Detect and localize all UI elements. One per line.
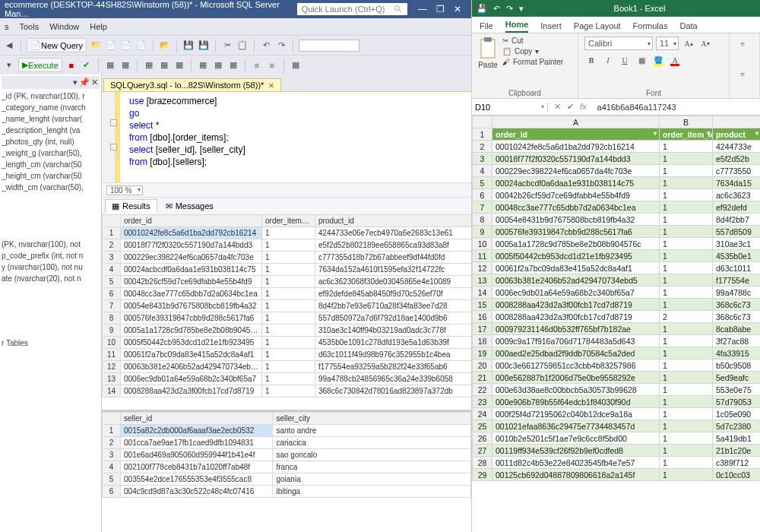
name-box[interactable]: D10 bbox=[472, 103, 548, 112]
borders-button[interactable]: ▦ bbox=[635, 53, 648, 67]
formula-bar[interactable]: a416b6a846a117243 bbox=[593, 103, 760, 112]
oe-item[interactable]: _category_name (nvarch bbox=[2, 102, 100, 113]
paste-button[interactable]: Paste bbox=[478, 36, 498, 69]
col-header[interactable]: seller_id bbox=[121, 413, 273, 425]
cell[interactable]: 0005a1a1728c9d785be8e2b08b904576c bbox=[492, 238, 660, 250]
redo-icon[interactable]: ↷ bbox=[275, 40, 287, 52]
bold-button[interactable]: B bbox=[584, 53, 598, 67]
indent-right-icon[interactable]: ≡ bbox=[266, 59, 278, 71]
cell[interactable]: c777355d18b72b67abbeef9df44fd0fd bbox=[315, 252, 472, 264]
cell[interactable]: 1 bbox=[660, 432, 713, 445]
cell[interactable]: 1 bbox=[660, 372, 713, 384]
menu-item[interactable]: Window bbox=[49, 22, 79, 31]
cell[interactable]: 1 bbox=[660, 335, 713, 347]
font-color-button[interactable]: A bbox=[668, 53, 682, 67]
cell[interactable]: 1 bbox=[660, 189, 713, 201]
fill-color-button[interactable]: 🪣 bbox=[651, 53, 665, 67]
cell[interactable]: 0009c9a17f916a706d71784483a5d643 bbox=[492, 335, 660, 347]
cell[interactable]: 000aed2e25dbad2f9ddb70584c5a2ded bbox=[492, 347, 660, 359]
cell[interactable]: 0006ec9db01a64e59a68b2c340bf65a7 bbox=[492, 287, 660, 299]
save-all-icon[interactable]: 💾 bbox=[198, 40, 210, 52]
cell[interactable]: 1 bbox=[262, 239, 315, 252]
cell[interactable]: 003554e2dce176555353e4f3555cac8 bbox=[121, 473, 273, 486]
cell[interactable]: 000229ec398224ef6ca0657da4fc703e bbox=[121, 252, 262, 264]
cell[interactable]: 368c6c73 bbox=[713, 299, 761, 311]
tb-icon[interactable]: ▦ bbox=[227, 59, 239, 71]
copy-icon[interactable]: 📋 bbox=[236, 40, 249, 52]
zoom-dropdown[interactable]: 100 % bbox=[106, 185, 143, 195]
cell[interactable]: 00010242fe8c5a6d1ba2dd792cb16214 bbox=[121, 227, 262, 239]
ribbon-tab-data[interactable]: Data bbox=[679, 21, 697, 33]
cell[interactable]: 0008288aa423d2a3f00fcb17cd7d8719 bbox=[121, 385, 262, 397]
cell[interactable]: sao goncalo bbox=[273, 449, 471, 461]
results-tab[interactable]: ▦ Results bbox=[105, 199, 157, 214]
cell[interactable]: 553e0e75 bbox=[713, 384, 761, 396]
col-header[interactable]: order_id bbox=[121, 215, 262, 227]
cell[interactable]: 0011d82c4b53e22e84023545fb4e7e57 bbox=[492, 457, 660, 469]
execute-button[interactable]: ▶ Execute bbox=[18, 58, 62, 72]
ribbon-tab-insert[interactable]: Insert bbox=[540, 21, 562, 33]
cell[interactable]: 1 bbox=[262, 300, 315, 312]
tb-icon[interactable]: ▦ bbox=[158, 59, 170, 71]
undo-icon[interactable]: ↶ bbox=[260, 40, 272, 52]
cell[interactable]: 1 bbox=[262, 276, 315, 288]
cell[interactable]: 1 bbox=[660, 262, 713, 274]
cell[interactable]: 1 bbox=[660, 445, 713, 457]
cut-button[interactable]: ✂ Cut bbox=[502, 36, 563, 45]
oe-item[interactable]: _height_cm (varchar(50 bbox=[2, 170, 100, 182]
cell[interactable]: 0c10cc03 bbox=[713, 469, 761, 481]
oe-item[interactable]: _description_lenght (va bbox=[2, 125, 100, 136]
cell[interactable]: 00048cc3ae777c65dbb7d2a0634bc1ea bbox=[492, 201, 660, 214]
cell[interactable]: 1c05e090 bbox=[713, 408, 761, 420]
cell[interactable]: 1 bbox=[262, 264, 315, 276]
cell[interactable]: c7773550 bbox=[713, 165, 761, 177]
cell[interactable]: 0005f50442cb953dcd1d21e1fb923495 bbox=[492, 250, 660, 262]
cell[interactable]: 4244733e06e7ecb4970a6e2683c13e61 bbox=[315, 227, 472, 239]
cell[interactable]: 7634da152a4610f1595efa32f14722fc bbox=[315, 264, 472, 276]
cell[interactable]: 1 bbox=[262, 325, 315, 337]
cell[interactable]: 0006ec9db01a64e59a68b2c340bf65a7 bbox=[121, 373, 262, 385]
cell[interactable]: 1 bbox=[660, 274, 713, 287]
cell[interactable]: 000576fe39319847cbb9d288c5617fa6 bbox=[492, 226, 660, 238]
cell[interactable]: 000e906b789b55f64edcb1f84030f90d bbox=[492, 396, 660, 408]
tb-icon[interactable]: ▦ bbox=[290, 59, 302, 71]
results-grid-1[interactable]: order_idorder_item_idproduct_id100010242… bbox=[102, 214, 471, 412]
cell[interactable]: ac6c3623 bbox=[713, 189, 761, 201]
table-header[interactable]: order_id bbox=[492, 128, 660, 141]
cell[interactable]: 00024acbcdf0a6daa1e931b038114c75 bbox=[121, 264, 262, 276]
cell[interactable]: 1 bbox=[262, 361, 315, 373]
cell[interactable]: 0005a1a1728c9d785be8e2b08b904576c bbox=[121, 325, 262, 337]
cell[interactable]: 5ed9eafc bbox=[713, 372, 761, 384]
cell[interactable]: 00042b26cf59d7ce69dfabb4e55b4fd9 bbox=[121, 276, 262, 288]
cell[interactable]: 004c9cd9d87a3c30c522c48c4fc07416 bbox=[121, 486, 273, 498]
cell[interactable]: 00054e8431b9d7675808bcb819fb4a32 bbox=[492, 214, 660, 226]
dropdown-icon[interactable]: ▾ bbox=[73, 78, 78, 87]
cell[interactable]: 000576fe39319847cbb9d288c5617fa6 bbox=[121, 312, 262, 325]
cell[interactable]: 00018f77f2f0320c557190d7a144bdd3 bbox=[121, 239, 262, 252]
cell[interactable]: 001e6ad469a905060d959944f1b41e4f bbox=[121, 449, 273, 461]
tb-icon[interactable]: 📄 bbox=[135, 40, 147, 52]
cell[interactable]: 0005f50442cb953dcd1d21e1fb923495 bbox=[121, 337, 262, 349]
cell[interactable]: 0008288aa423d2a3f00fcb17cd7d8719 bbox=[492, 299, 660, 311]
cell[interactable]: e5f2d52b bbox=[713, 153, 761, 165]
cell[interactable]: f177554e bbox=[713, 274, 761, 287]
oe-item[interactable]: p_code_prefix (int, not n bbox=[2, 250, 100, 261]
tb-icon[interactable]: ▦ bbox=[173, 59, 185, 71]
oe-item[interactable]: _length_cm (varchar(50 bbox=[2, 159, 100, 170]
cell[interactable]: 3f27ac88 bbox=[713, 335, 761, 347]
cell[interactable]: 1 bbox=[660, 420, 713, 432]
cell[interactable]: 1 bbox=[660, 287, 713, 299]
tb-icon[interactable]: ▦ bbox=[104, 59, 116, 71]
decrease-font-icon[interactable]: A▾ bbox=[698, 36, 712, 50]
cell[interactable]: 557d8509 bbox=[713, 226, 761, 238]
cell[interactable]: 1 bbox=[660, 384, 713, 396]
oe-item[interactable]: ate (nvarchar(20), not n bbox=[2, 273, 100, 284]
cell[interactable]: ef92defd bbox=[713, 201, 761, 214]
oe-item[interactable]: r Tables bbox=[2, 337, 100, 349]
table-header[interactable]: order_item_id bbox=[660, 128, 713, 141]
cell[interactable]: 00125cb692d04887809806618a2a145f bbox=[492, 469, 660, 481]
cell[interactable]: 8d4f2bb7 bbox=[713, 214, 761, 226]
table-header[interactable]: product bbox=[713, 128, 761, 141]
cell[interactable]: 368c6c730842d78016ad823897a372db bbox=[315, 385, 472, 397]
parse-icon[interactable]: ✔ bbox=[81, 59, 93, 71]
